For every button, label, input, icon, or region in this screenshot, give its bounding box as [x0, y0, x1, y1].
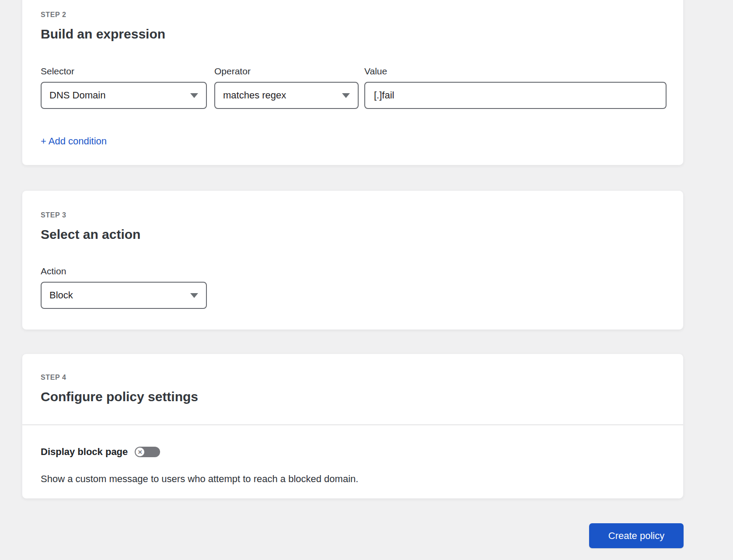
operator-column: Operator matches regex [214, 66, 359, 109]
expression-fields-row: Selector DNS Domain Operator matches reg… [41, 66, 667, 109]
policy-builder-page: STEP 2 Build an expression Selector DNS … [0, 0, 733, 560]
value-input-wrapper [364, 82, 667, 109]
action-field: Action Block [41, 266, 667, 309]
selector-dropdown-value: DNS Domain [49, 90, 105, 101]
step3-card: STEP 3 Select an action Action Block [22, 190, 684, 330]
step3-label: STEP 3 [41, 212, 667, 219]
display-block-page-row: Display block page ✕ [41, 446, 667, 458]
card-divider [22, 424, 683, 425]
selector-column: Selector DNS Domain [41, 66, 207, 109]
value-column: Value [364, 66, 667, 109]
display-block-page-toggle[interactable]: ✕ [135, 447, 160, 457]
action-dropdown-value: Block [49, 290, 73, 301]
selector-label: Selector [41, 66, 207, 77]
step2-title: Build an expression [41, 27, 667, 42]
selector-dropdown[interactable]: DNS Domain [41, 82, 207, 109]
chevron-down-icon [190, 93, 198, 98]
toggle-off-icon: ✕ [136, 448, 144, 456]
step4-label: STEP 4 [41, 374, 667, 381]
create-policy-button[interactable]: Create policy [589, 523, 684, 548]
value-label: Value [364, 66, 667, 77]
value-input[interactable] [373, 89, 658, 102]
operator-dropdown[interactable]: matches regex [214, 82, 359, 109]
step3-title: Select an action [41, 227, 667, 242]
chevron-down-icon [190, 293, 198, 298]
display-block-page-label: Display block page [41, 446, 128, 458]
add-condition-link[interactable]: + Add condition [41, 136, 107, 147]
chevron-down-icon [342, 93, 350, 98]
step4-card: STEP 4 Configure policy settings Display… [22, 354, 684, 499]
operator-dropdown-value: matches regex [223, 90, 286, 101]
operator-label: Operator [214, 66, 359, 77]
display-block-page-description: Show a custom message to users who attem… [41, 473, 667, 485]
action-dropdown[interactable]: Block [41, 282, 207, 309]
step2-label: STEP 2 [41, 11, 667, 18]
step4-title: Configure policy settings [41, 389, 667, 404]
action-label: Action [41, 266, 667, 276]
step2-card: STEP 2 Build an expression Selector DNS … [22, 0, 684, 165]
